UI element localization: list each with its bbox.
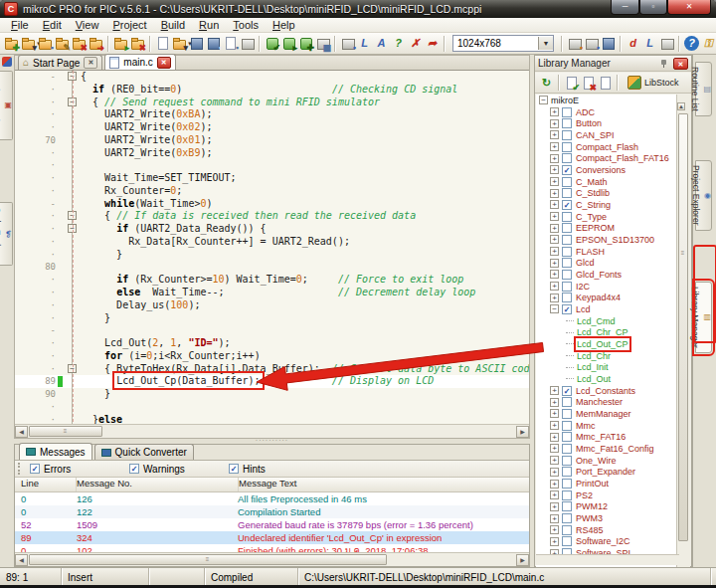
code-line-72[interactable]: ·	[15, 159, 529, 172]
expander-icon[interactable]: +	[550, 212, 559, 221]
code-line-66[interactable]: · if (RE0_bit==0) // Checking CD signal	[15, 84, 529, 97]
library-hscrollbar[interactable]	[536, 554, 679, 565]
library-checkbox[interactable]	[562, 525, 572, 535]
library-checkbox[interactable]: ✓	[562, 165, 572, 175]
tree-item-glcd_fonts[interactable]: +Glcd_Fonts	[536, 269, 679, 281]
library-checkbox[interactable]	[562, 536, 572, 546]
help-icon[interactable]: ?	[684, 36, 699, 51]
expander-icon[interactable]: +	[550, 177, 559, 186]
clean-project-icon[interactable]: ➜	[89, 36, 103, 51]
tree-item-c_math[interactable]: +C_Math	[536, 176, 679, 188]
tree-item-lcd_init[interactable]: Lcd_Init	[536, 361, 679, 373]
library-checkbox[interactable]	[562, 212, 572, 222]
tree-item-pwm3[interactable]: +PWM3	[536, 512, 679, 524]
tree-item-c_string[interactable]: +✓C_String	[536, 199, 679, 211]
library-checkbox[interactable]	[562, 188, 572, 198]
expander-icon[interactable]: +	[550, 490, 559, 499]
debugger-start-icon[interactable]: L	[357, 36, 372, 51]
menu-tools[interactable]: Tools	[226, 19, 266, 31]
expander-icon[interactable]: +	[550, 421, 559, 430]
fold-toggle-icon[interactable]	[64, 363, 81, 376]
menu-project[interactable]: Project	[105, 19, 153, 31]
library-checkbox[interactable]	[562, 397, 572, 407]
tree-item-printout[interactable]: +PrintOut	[536, 478, 679, 490]
tree-item-eeprom[interactable]: +EEPROM	[536, 222, 679, 234]
code-line-89[interactable]: 89 Lcd_Out_Cp(Data_Buffer); // Display o…	[15, 375, 529, 388]
uncheck-all-icon[interactable]: ✖	[581, 76, 596, 91]
check-all-icon[interactable]: ✔	[564, 76, 579, 91]
program-chip-icon[interactable]: ▦	[315, 36, 330, 51]
expander-icon[interactable]: +	[550, 502, 559, 511]
menu-run[interactable]: Run	[192, 19, 226, 31]
tab-close-icon[interactable]: ✕	[84, 57, 97, 69]
close-button[interactable]: ✕	[667, 0, 711, 15]
tree-item-one_wire[interactable]: +One_Wire	[536, 455, 679, 467]
panel-close-icon[interactable]: ✕	[673, 58, 688, 70]
save-layout-icon[interactable]	[601, 36, 616, 51]
menu-file[interactable]: File	[4, 19, 36, 31]
tab-messages[interactable]: Messages	[19, 443, 92, 460]
library-checkbox[interactable]	[562, 235, 572, 245]
expander-icon[interactable]: +	[550, 119, 559, 128]
library-checkbox[interactable]	[562, 293, 572, 302]
code-line-70[interactable]: 70 UART2_Write(0x01);	[15, 134, 529, 147]
library-checkbox[interactable]	[562, 223, 572, 233]
debugger-window-icon[interactable]: ▪	[340, 36, 355, 51]
code-line-83[interactable]: · Delay_us(100);	[15, 299, 529, 312]
tree-item-glcd[interactable]: +Glcd	[536, 257, 679, 269]
expander-icon[interactable]: +	[550, 514, 559, 523]
scroll-up-icon[interactable]: ▲	[677, 102, 685, 110]
expander-icon[interactable]: +	[550, 468, 559, 477]
library-checkbox[interactable]: ✓	[562, 386, 572, 396]
tree-root-mikroe[interactable]: −mikroE	[536, 95, 679, 106]
open-project-group-icon[interactable]: ▸	[113, 36, 128, 51]
code-line-85[interactable]: -	[15, 324, 529, 337]
menu-edit[interactable]: Edit	[36, 19, 69, 31]
library-checkbox[interactable]	[562, 490, 572, 500]
column-header-message-text[interactable]: Message Text	[239, 478, 529, 491]
filter-errors[interactable]: ✓Errors	[30, 464, 129, 475]
scroll-right-icon[interactable]: ▶	[516, 426, 529, 438]
license-l-icon[interactable]: L	[642, 36, 657, 51]
library-vscroll-thumb[interactable]: ≡	[678, 113, 688, 541]
expander-icon[interactable]: +	[550, 247, 559, 256]
tree-item-can_spi[interactable]: +CAN_SPI	[536, 129, 679, 141]
tree-item-pwm12[interactable]: +PWM12	[536, 501, 679, 513]
tree-item-compact_flash[interactable]: +Compact_Flash	[536, 141, 679, 153]
expander-icon[interactable]: +	[550, 235, 559, 244]
library-checkbox[interactable]	[562, 467, 572, 477]
message-row[interactable]: 0126All files Preprocessed in 46 ms	[15, 492, 529, 505]
code-line-79[interactable]: · }	[15, 249, 529, 262]
tree-item-memmanager[interactable]: +MemManager	[536, 408, 679, 420]
debugger-help-icon[interactable]: ?	[391, 36, 406, 51]
expander-icon[interactable]: +	[550, 142, 559, 151]
editor-hscroll-thumb[interactable]: ≡	[29, 426, 102, 437]
library-checkbox[interactable]	[562, 501, 572, 511]
library-checkbox[interactable]	[562, 247, 572, 257]
output-settings-icon[interactable]: ▪	[584, 36, 599, 51]
expander-icon[interactable]: −	[550, 304, 559, 313]
code-line-68[interactable]: · UART2_Write(0xBA);	[15, 108, 529, 121]
code-line-84[interactable]: · }	[15, 312, 529, 325]
library-checkbox[interactable]	[562, 456, 572, 466]
tree-item-c_stdlib[interactable]: +C_Stdlib	[536, 187, 679, 199]
code-line-71[interactable]: · UART2_Write(0xB9);	[15, 147, 529, 160]
tree-item-lcd_constants[interactable]: +✓Lcd_Constants	[536, 385, 679, 397]
close-project-group-icon[interactable]: ✖	[130, 36, 145, 51]
tree-item-rs485[interactable]: +RS485	[536, 524, 679, 536]
tree-item-mmc_fat16[interactable]: +Mmc_FAT16	[536, 431, 679, 443]
new-file-icon[interactable]	[155, 36, 170, 51]
fold-toggle-icon[interactable]	[64, 97, 81, 109]
menu-view[interactable]: View	[69, 19, 106, 31]
filter-hints[interactable]: ✓Hints	[229, 464, 328, 475]
editor-hscrollbar[interactable]: ◀ ≡ ▶	[15, 424, 529, 438]
column-header-line[interactable]: Line	[15, 478, 77, 491]
library-checkbox[interactable]	[562, 142, 572, 152]
export-icon[interactable]: ➦	[425, 36, 440, 51]
expander-icon[interactable]: +	[550, 165, 559, 174]
library-checkbox[interactable]: ✓	[562, 200, 572, 210]
sidebar-tab-library-manager[interactable]: ▥Library Manager	[695, 282, 712, 353]
code-line-86[interactable]: · Lcd_Out(2, 1, "ID=");	[15, 337, 529, 350]
combo-dropdown-icon[interactable]: ▼	[538, 37, 553, 50]
tree-item-ps2[interactable]: +PS2	[536, 490, 679, 501]
